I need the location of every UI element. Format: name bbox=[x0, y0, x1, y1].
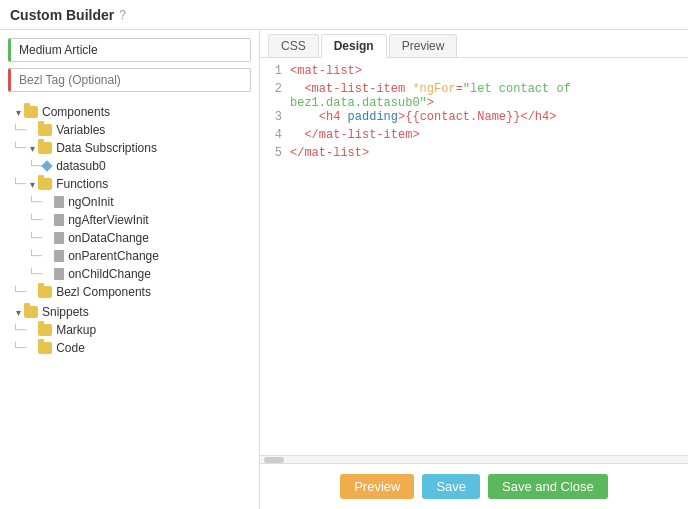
connector-markup: └─ bbox=[12, 325, 26, 335]
connector-onchildchange: └─ bbox=[28, 269, 42, 279]
toggle-snippets[interactable]: ▾ bbox=[12, 307, 24, 318]
tree-row-datasub0[interactable]: └─ datasub0 bbox=[8, 157, 251, 175]
folder-icon-datasubs bbox=[38, 142, 52, 154]
tree-row-ondatachange[interactable]: └─ onDataChange bbox=[8, 229, 251, 247]
left-panel: ▾ Components └─ Variables └─ ▾ bbox=[0, 30, 260, 509]
folder-icon-components bbox=[24, 106, 38, 118]
file-icon-onparentchange bbox=[54, 250, 64, 262]
connector-datasub0: └─ bbox=[28, 161, 42, 171]
line-content-4: </mat-list-item> bbox=[290, 128, 688, 142]
page-title: Custom Builder bbox=[10, 7, 114, 23]
tree-row-onparentchange[interactable]: └─ onParentChange bbox=[8, 247, 251, 265]
folder-icon-functions bbox=[38, 178, 52, 190]
line-number-1: 1 bbox=[260, 64, 290, 78]
diamond-icon-datasub0 bbox=[42, 160, 53, 171]
connector-onparentchange: └─ bbox=[28, 251, 42, 261]
toggle-components[interactable]: ▾ bbox=[12, 107, 24, 118]
tree-row-variables[interactable]: └─ Variables bbox=[8, 121, 251, 139]
tree-row-snippets[interactable]: ▾ Snippets bbox=[8, 303, 251, 321]
tree-node-components: ▾ Components └─ Variables └─ ▾ bbox=[8, 102, 251, 302]
file-icon-ondatachange bbox=[54, 232, 64, 244]
file-icon-onchildchange bbox=[54, 268, 64, 280]
code-line-4: 4 </mat-list-item> bbox=[260, 128, 688, 146]
code-editor[interactable]: 1 <mat-list> 2 <mat-list-item *ngFor="le… bbox=[260, 58, 688, 455]
code-tag-2c: > bbox=[427, 96, 434, 110]
connector-functions: └─ bbox=[12, 179, 26, 189]
line-content-5: </mat-list> bbox=[290, 146, 688, 160]
connector-bezlcomp: └─ bbox=[12, 287, 26, 297]
tree-label-markup: Markup bbox=[56, 323, 96, 337]
tree-label-bezlcomp: Bezl Components bbox=[56, 285, 151, 299]
tree-row-bezl-components[interactable]: └─ Bezl Components bbox=[8, 283, 251, 301]
folder-icon-markup bbox=[38, 324, 52, 336]
code-tag-5: </mat-list> bbox=[290, 146, 369, 160]
tab-preview[interactable]: Preview bbox=[389, 34, 458, 57]
code-tag-3b: >{{contact.Name}}</h4> bbox=[398, 110, 556, 124]
tree-row-components[interactable]: ▾ Components bbox=[8, 103, 251, 121]
toggle-functions[interactable]: ▾ bbox=[26, 179, 38, 190]
line-content-2: <mat-list-item *ngFor="let contact of be… bbox=[290, 82, 688, 110]
file-icon-ngafterviewinit bbox=[54, 214, 64, 226]
tree-container: ▾ Components └─ Variables └─ ▾ bbox=[8, 102, 251, 501]
code-attr-ngfor: *ngFor bbox=[412, 82, 455, 96]
tree-row-markup[interactable]: └─ Markup bbox=[8, 321, 251, 339]
tree-label-datasub0: datasub0 bbox=[56, 159, 105, 173]
scroll-thumb[interactable] bbox=[264, 457, 284, 463]
code-line-5: 5 </mat-list> bbox=[260, 146, 688, 164]
tab-css[interactable]: CSS bbox=[268, 34, 319, 57]
tree-row-ngafterviewinit[interactable]: └─ ngAfterViewInit bbox=[8, 211, 251, 229]
tabs-bar: CSS Design Preview bbox=[260, 30, 688, 58]
tree-label-onparentchange: onParentChange bbox=[68, 249, 159, 263]
folder-icon-bezlcomp bbox=[38, 286, 52, 298]
line-number-3: 3 bbox=[260, 110, 290, 124]
toggle-datasub[interactable]: ▾ bbox=[26, 143, 38, 154]
article-name-input[interactable] bbox=[8, 38, 251, 62]
connector-datasub: └─ bbox=[12, 143, 26, 153]
connector-ngoninit: └─ bbox=[28, 197, 42, 207]
connector-ngafterviewinit: └─ bbox=[28, 215, 42, 225]
tab-design[interactable]: Design bbox=[321, 34, 387, 58]
tree-row-data-subscriptions[interactable]: └─ ▾ Data Subscriptions bbox=[8, 139, 251, 157]
line-number-4: 4 bbox=[260, 128, 290, 142]
folder-icon-snippets bbox=[24, 306, 38, 318]
horizontal-scrollbar[interactable] bbox=[260, 455, 688, 463]
connector-code: └─ bbox=[12, 343, 26, 353]
file-icon-ngoninit bbox=[54, 196, 64, 208]
tree-row-functions[interactable]: └─ ▾ Functions bbox=[8, 175, 251, 193]
tree-label-ondatachange: onDataChange bbox=[68, 231, 149, 245]
right-panel: CSS Design Preview 1 <mat-list> 2 <mat-l… bbox=[260, 30, 688, 509]
folder-icon-variables bbox=[38, 124, 52, 136]
code-tag-2b: = bbox=[456, 82, 463, 96]
line-content-1: <mat-list> bbox=[290, 64, 688, 78]
main-content: ▾ Components └─ Variables └─ ▾ bbox=[0, 30, 688, 509]
code-line-3: 3 <h4 padding>{{contact.Name}}</h4> bbox=[260, 110, 688, 128]
tree-label-ngoninit: ngOnInit bbox=[68, 195, 113, 209]
tree-label-functions: Functions bbox=[56, 177, 108, 191]
code-tag-4: </mat-list-item> bbox=[290, 128, 420, 142]
code-tag-2a: <mat-list-item bbox=[290, 82, 412, 96]
save-close-button[interactable]: Save and Close bbox=[488, 474, 608, 499]
preview-button[interactable]: Preview bbox=[340, 474, 414, 499]
connector-variables: └─ bbox=[12, 125, 26, 135]
tree-label-ngafterviewinit: ngAfterViewInit bbox=[68, 213, 149, 227]
bezl-tag-input[interactable] bbox=[8, 68, 251, 92]
tree-label-code: Code bbox=[56, 341, 85, 355]
tree-label-datasubs: Data Subscriptions bbox=[56, 141, 157, 155]
tree-label-components: Components bbox=[42, 105, 110, 119]
app-header: Custom Builder ? bbox=[0, 0, 688, 30]
folder-icon-code bbox=[38, 342, 52, 354]
tree-row-code[interactable]: └─ Code bbox=[8, 339, 251, 357]
tree-row-ngoninit[interactable]: └─ ngOnInit bbox=[8, 193, 251, 211]
help-icon[interactable]: ? bbox=[119, 8, 126, 22]
footer-bar: Preview Save Save and Close bbox=[260, 463, 688, 509]
code-text-padding: padding bbox=[348, 110, 398, 124]
tree-label-onchildchange: onChildChange bbox=[68, 267, 151, 281]
code-line-1: 1 <mat-list> bbox=[260, 64, 688, 82]
line-number-2: 2 bbox=[260, 82, 290, 96]
code-tag-3a: <h4 bbox=[290, 110, 348, 124]
tree-row-onchildchange[interactable]: └─ onChildChange bbox=[8, 265, 251, 283]
tree-label-snippets: Snippets bbox=[42, 305, 89, 319]
save-button[interactable]: Save bbox=[422, 474, 480, 499]
line-content-3: <h4 padding>{{contact.Name}}</h4> bbox=[290, 110, 688, 124]
tree-label-variables: Variables bbox=[56, 123, 105, 137]
